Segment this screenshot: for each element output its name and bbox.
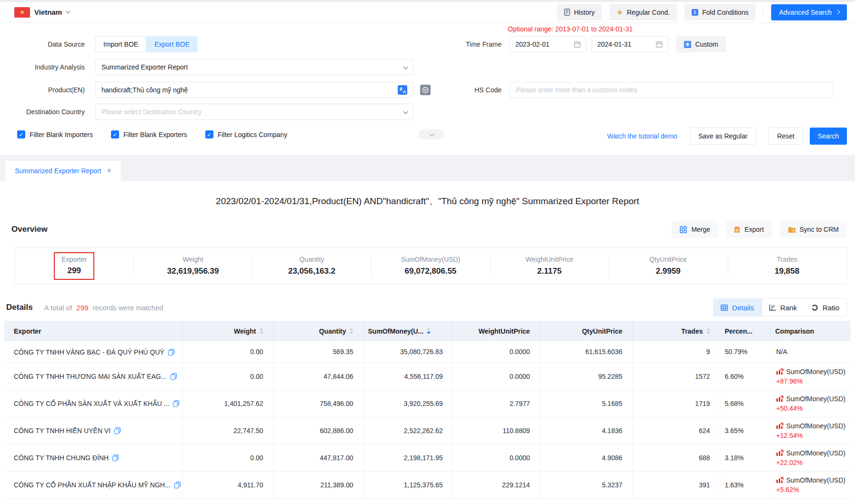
- copy-icon[interactable]: [173, 400, 179, 407]
- sync-to-crm-button[interactable]: Sync to CRM: [780, 221, 847, 238]
- table-row: CÔNG TY TNHH CHUNG ĐỈNH 0.00 447,817.00 …: [4, 444, 851, 471]
- cell-exporter: CÔNG TY CỔ PHẦN XUẤT NHẬP KHẨU MỸ NGH...: [4, 471, 182, 498]
- sort-icon-active-desc: [427, 328, 431, 334]
- filter-logitics-company-checkbox[interactable]: ✓ Filter Logitics Company: [205, 130, 287, 138]
- stat-label: QtyUnitPrice: [650, 256, 687, 263]
- stat-exporter: Exporter 299: [15, 248, 133, 284]
- optional-range-text: Optional range: 2013-07-01 to 2024-01-31: [508, 25, 633, 33]
- trend-up-icon: [776, 477, 784, 483]
- chevron-down-icon: [403, 109, 408, 114]
- stat-value: 299: [68, 266, 81, 276]
- reset-button[interactable]: Reset: [768, 128, 803, 145]
- copy-icon[interactable]: [174, 482, 181, 488]
- export-file-icon: [734, 226, 740, 233]
- vietnam-flag-icon: ★: [14, 7, 30, 18]
- custom-range-button[interactable]: Custom: [676, 36, 726, 52]
- fold-conditions-label: Fold Conditions: [702, 9, 748, 16]
- comparison-change: +5.62%: [776, 486, 851, 494]
- table-row: CÔNG TY TNHH HIỀN UYÊN VI 22,747.50 602,…: [4, 417, 851, 444]
- close-icon[interactable]: ×: [107, 167, 111, 175]
- column-header-sum-of-money[interactable]: SumOfMoney(U...: [363, 321, 453, 341]
- save-as-regular-button[interactable]: Save as Regular: [690, 128, 756, 145]
- cell-sum: 4,556,117.09: [363, 363, 453, 390]
- collapse-form-button[interactable]: [419, 129, 444, 139]
- cell-weight: 0.00: [182, 444, 273, 471]
- filter-blank-exporters-checkbox[interactable]: ✓ Filter Blank Exporters: [111, 130, 187, 138]
- stat-label: Quantity: [299, 256, 324, 263]
- cell-trades: 1572: [632, 363, 720, 390]
- sort-icon: [350, 328, 353, 334]
- star-icon: ★: [616, 9, 623, 16]
- column-header-quantity[interactable]: Quantity: [273, 321, 363, 341]
- fold-conditions-button[interactable]: Fold Conditions: [684, 4, 755, 20]
- filter-label: Filter Blank Importers: [30, 131, 93, 138]
- comparison-change: +12.54%: [776, 432, 851, 439]
- view-group: Rank Ratio: [762, 298, 847, 316]
- merge-icon: [680, 226, 687, 233]
- column-header-comparison: Comparison: [770, 321, 851, 341]
- column-header-percent: Percen...: [720, 321, 770, 341]
- details-table: Exporter Weight Quantity SumOfMoney(U...…: [4, 321, 851, 499]
- hs-code-input[interactable]: [516, 86, 827, 94]
- search-button[interactable]: Search: [810, 128, 847, 145]
- cell-quantity: 211,389.00: [273, 471, 363, 498]
- copy-icon[interactable]: [114, 427, 121, 434]
- stat-value: 32,619,956.39: [167, 267, 219, 276]
- view-details-button[interactable]: Details: [713, 298, 762, 316]
- tab-summarized-exporter-report[interactable]: Summarized Exporter Report ×: [5, 161, 121, 181]
- end-date-input[interactable]: 2024-01-31: [592, 36, 668, 52]
- cell-weight: 0.00: [182, 363, 273, 390]
- cell-weight: 22,747.50: [182, 417, 273, 444]
- column-header-trades[interactable]: Trades: [632, 321, 720, 341]
- cell-weight: 0.00: [182, 341, 273, 363]
- cell-sum: 2,522,262.62: [363, 417, 453, 444]
- view-ratio-button[interactable]: Ratio: [804, 299, 846, 316]
- cell-trades: 391: [632, 471, 720, 498]
- cell-quantity: 47,844.06: [273, 363, 363, 390]
- fold-conditions-icon: [692, 9, 698, 16]
- view-details-label: Details: [732, 304, 754, 312]
- cell-weight: 1,401,257.62: [182, 390, 273, 417]
- copy-icon[interactable]: [171, 373, 177, 380]
- copy-icon[interactable]: [112, 455, 119, 461]
- history-button[interactable]: History: [557, 4, 602, 20]
- table-header-row: Exporter Weight Quantity SumOfMoney(U...…: [4, 321, 851, 341]
- filter-blank-importers-checkbox[interactable]: ✓ Filter Blank Importers: [17, 130, 93, 138]
- industry-analysis-select[interactable]: Summarized Exporter Report: [95, 59, 413, 75]
- tutorial-link[interactable]: Watch the tutorial demo: [607, 132, 677, 140]
- merge-button[interactable]: Merge: [672, 221, 718, 238]
- export-button[interactable]: Export: [726, 221, 772, 238]
- product-input[interactable]: [101, 86, 398, 94]
- cell-trades: 1719: [632, 390, 720, 417]
- regular-cond-button[interactable]: ★ Regular Cond.: [609, 4, 677, 20]
- custom-label: Custom: [695, 40, 718, 48]
- data-source-toggle: Import BOE Export BOE: [95, 36, 198, 52]
- product-en-label: Product(EN): [4, 82, 85, 98]
- stat-value: 19,858: [775, 267, 799, 276]
- history-icon: [564, 9, 570, 16]
- export-boe-button[interactable]: Export BOE: [146, 36, 198, 52]
- checkbox-checked-icon: ✓: [205, 130, 213, 138]
- report-content: 2023/02/01-2024/01/31,Product(EN) AND"ha…: [0, 181, 855, 499]
- advanced-search-button[interactable]: Advanced Search: [771, 4, 847, 20]
- calendar-icon: [656, 41, 663, 48]
- country-selector[interactable]: ★ Vietnam: [14, 7, 70, 18]
- export-label: Export: [744, 226, 764, 233]
- translate-icon[interactable]: A: [398, 85, 407, 95]
- copy-icon[interactable]: [168, 349, 174, 356]
- import-boe-button[interactable]: Import BOE: [95, 36, 146, 52]
- cell-weight-unit-price: 0.0000: [453, 341, 540, 363]
- cell-qty-unit-price: 4.9086: [540, 444, 632, 471]
- trend-up-icon: [776, 423, 784, 429]
- merge-label: Merge: [691, 226, 710, 233]
- stat-label: WeightUnitPrice: [525, 256, 573, 263]
- table-row: CÔNG TY CỔ PHẦN SẢN XUẤT VÀ XUẤT KHẨU ..…: [4, 390, 851, 417]
- view-rank-button[interactable]: Rank: [762, 299, 804, 316]
- table-row: CÔNG TY TNHH VÀNG BẠC - ĐÁ QUÝ PHÚ QUÝ 0…: [4, 341, 851, 363]
- column-header-weight[interactable]: Weight: [182, 321, 273, 341]
- cell-exporter: CÔNG TY TNHH VÀNG BẠC - ĐÁ QUÝ PHÚ QUÝ: [4, 341, 182, 363]
- start-date-input[interactable]: 2023-02-01: [510, 36, 586, 52]
- country-name: Vietnam: [34, 8, 62, 16]
- form-actions: Watch the tutorial demo Save as Regular …: [607, 128, 847, 145]
- destination-country-select[interactable]: Please select Destination Country: [95, 104, 413, 120]
